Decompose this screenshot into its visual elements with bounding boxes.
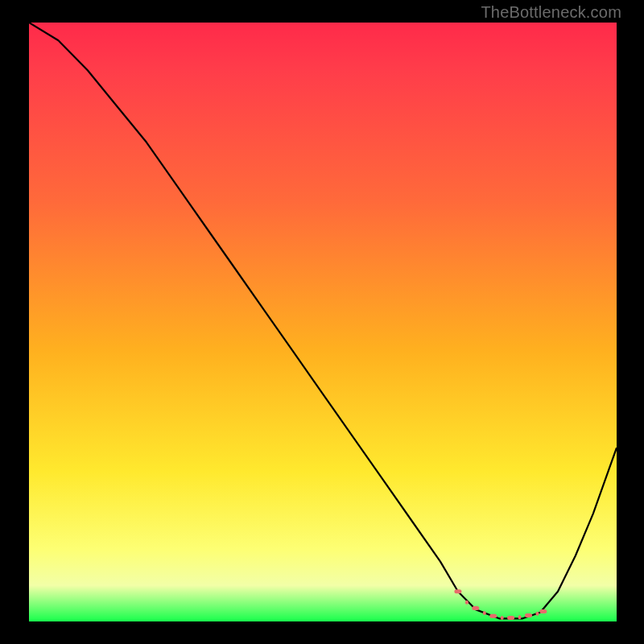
highlight-dot bbox=[489, 614, 497, 618]
highlight-dots bbox=[454, 589, 547, 620]
highlight-dot bbox=[501, 616, 504, 620]
highlight-dot bbox=[536, 612, 539, 616]
highlight-dot bbox=[472, 606, 479, 610]
highlight-dot bbox=[465, 601, 469, 605]
plot-area bbox=[29, 23, 617, 621]
chart-frame: TheBottleneck.com bbox=[0, 0, 644, 644]
main-curve-path bbox=[29, 23, 617, 618]
highlight-dot bbox=[507, 616, 514, 620]
highlight-dot bbox=[518, 615, 522, 619]
watermark-text: TheBottleneck.com bbox=[481, 3, 621, 22]
highlight-dot bbox=[525, 613, 532, 617]
highlight-dot bbox=[483, 611, 486, 615]
highlight-dot bbox=[454, 589, 461, 593]
highlight-dot bbox=[539, 609, 547, 613]
curve-svg bbox=[29, 23, 617, 621]
